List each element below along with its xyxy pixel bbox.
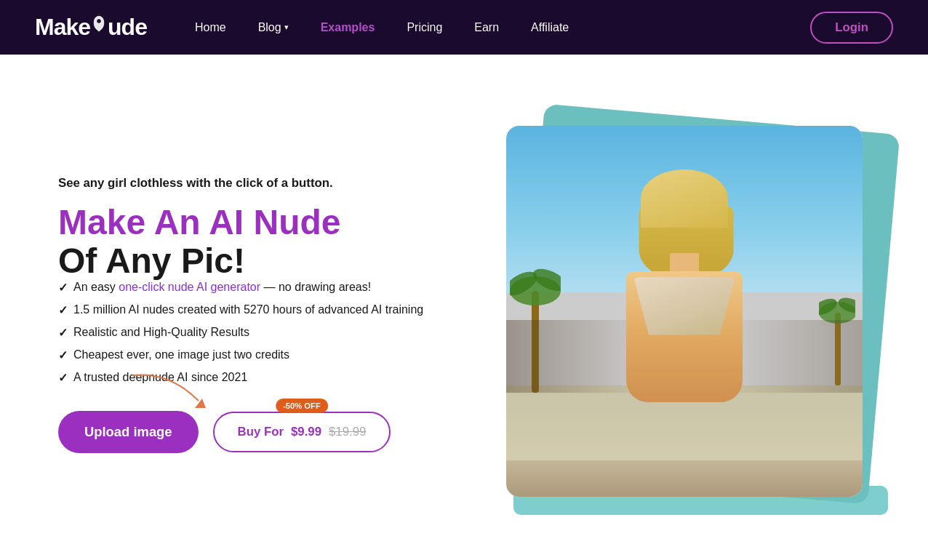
logo-icon xyxy=(91,15,107,41)
list-item: ✓ 1.5 million AI nudes created with 5270… xyxy=(58,303,463,317)
logo-text-make: Make xyxy=(35,14,90,41)
hero-subtitle: See any girl clothless with the click of… xyxy=(58,176,463,191)
buy-button-wrapper: -50% OFF Buy For $9.99 $19.99 xyxy=(213,412,391,452)
nav-home[interactable]: Home xyxy=(182,15,239,40)
check-icon: ✓ xyxy=(58,281,68,295)
nav-blog[interactable]: Blog ▾ xyxy=(245,15,302,40)
check-icon: ✓ xyxy=(58,326,68,340)
buy-button[interactable]: Buy For $9.99 $19.99 xyxy=(213,412,391,452)
hero-features-list: ✓ An easy one-click nude AI generator — … xyxy=(58,281,463,385)
photo-scene xyxy=(506,126,863,497)
svg-point-0 xyxy=(97,19,100,23)
list-item: ✓ An easy one-click nude AI generator — … xyxy=(58,281,463,295)
chevron-down-icon: ▾ xyxy=(284,23,289,32)
login-button[interactable]: Login xyxy=(810,12,893,44)
buy-price: $9.99 xyxy=(291,425,321,439)
nav-pricing[interactable]: Pricing xyxy=(393,15,455,40)
hero-title-line1: Make An AI Nude xyxy=(58,203,341,241)
nav-earn[interactable]: Earn xyxy=(461,15,512,40)
svg-marker-1 xyxy=(195,399,206,408)
hero-section: See any girl clothless with the click of… xyxy=(0,55,928,560)
check-icon: ✓ xyxy=(58,348,68,362)
buy-label: Buy For xyxy=(238,425,284,439)
person-figure xyxy=(590,177,779,497)
old-price: $19.99 xyxy=(329,425,366,439)
nav-affiliate[interactable]: Affiliate xyxy=(518,15,582,40)
hero-title: Make An AI Nude Of Any Pic! xyxy=(58,204,463,281)
logo-text-nude: ude xyxy=(108,14,147,41)
upload-image-button[interactable]: Upload image xyxy=(58,411,199,453)
hero-cta: Upload image -50% OFF Buy For $9.99 $19.… xyxy=(58,411,463,453)
list-item: ✓ A trusted deepnude AI since 2021 xyxy=(58,371,463,385)
site-logo[interactable]: Make ude xyxy=(35,14,147,41)
list-item: ✓ Realistic and High-Quality Results xyxy=(58,326,463,340)
nav-links: Home Blog ▾ Examples Pricing Earn Affili… xyxy=(182,15,810,40)
navbar: Make ude Home Blog ▾ Examples Pricing Ea… xyxy=(0,0,928,55)
check-icon: ✓ xyxy=(58,371,68,385)
list-item: ✓ Cheapest ever, one image just two cred… xyxy=(58,348,463,362)
hero-content: See any girl clothless with the click of… xyxy=(58,176,463,453)
hero-image-area xyxy=(492,126,870,504)
bottom-strip xyxy=(506,460,863,497)
nav-examples[interactable]: Examples xyxy=(308,15,388,40)
check-icon: ✓ xyxy=(58,303,68,317)
hero-main-image-card xyxy=(506,126,863,497)
hero-title-line2: Of Any Pic! xyxy=(58,241,245,280)
discount-badge: -50% OFF xyxy=(276,399,328,413)
